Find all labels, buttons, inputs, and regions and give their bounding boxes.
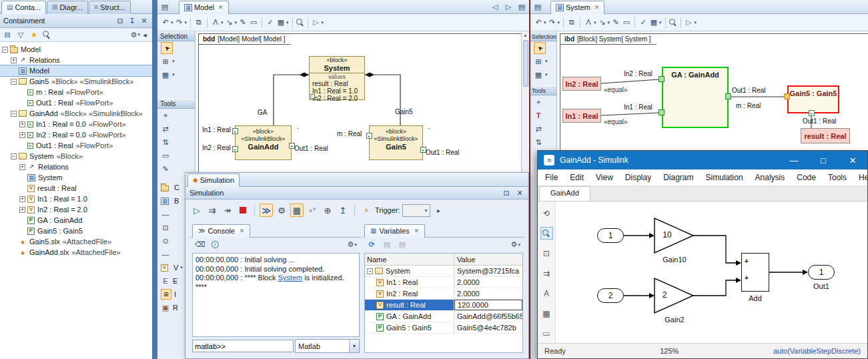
magnet-tool[interactable]: ▦▾ xyxy=(157,68,195,81)
dependencies-caret-icon[interactable]: ▾ xyxy=(235,20,238,25)
menu-display[interactable]: Display xyxy=(619,173,657,182)
collapse-toggle[interactable] xyxy=(11,111,17,117)
dependencies-caret-icon[interactable]: ▾ xyxy=(608,20,610,25)
gain5-part[interactable]: Gain5 : Gain5 xyxy=(787,85,839,113)
related-elements-icon[interactable]: Λ xyxy=(211,18,220,27)
zoom-icon[interactable] xyxy=(669,19,677,27)
scrollbar-thumb[interactable] xyxy=(523,40,528,87)
minimize-button[interactable]: — xyxy=(779,151,809,169)
tree-item-result-value[interactable]: result : Real xyxy=(0,183,152,194)
gain2-label[interactable]: Gain2 xyxy=(651,316,698,324)
edit-icon[interactable]: ✎ xyxy=(611,18,620,27)
more-icon[interactable]: ▸ xyxy=(432,204,446,217)
layout-caret-icon[interactable]: ▾ xyxy=(659,20,662,25)
fit-view-icon[interactable]: ⊡ xyxy=(540,247,553,260)
tree-item-gainadd-block[interactable]: GainAdd«Block» «SimulinkBlock» xyxy=(0,108,152,119)
expand-toggle[interactable] xyxy=(19,132,25,138)
undo-icon[interactable]: ↶ xyxy=(161,18,170,27)
redo-icon[interactable]: ↷ xyxy=(175,18,184,27)
containment-tree[interactable]: Model Relations Model Gain5«Block» «Simu… xyxy=(0,42,152,359)
outport-1-block[interactable]: 1 xyxy=(808,265,835,280)
tab-diagrams[interactable]: ⊞Diagr... xyxy=(47,1,88,14)
redo-caret-icon[interactable]: ▾ xyxy=(185,20,187,25)
undo-caret-icon[interactable]: ▾ xyxy=(171,20,173,25)
layout-caret-icon[interactable]: ▾ xyxy=(286,20,289,25)
expand-toggle[interactable] xyxy=(11,57,17,63)
target-tool[interactable]: ⌖ xyxy=(530,95,556,109)
annotation-icon[interactable]: A xyxy=(540,287,553,300)
swap-tool[interactable]: ⇄ xyxy=(530,122,556,135)
save-image-icon[interactable]: ⧉ xyxy=(567,18,576,27)
value-column-header[interactable]: Value xyxy=(454,254,522,265)
tab-structure[interactable]: ≡Struct... xyxy=(89,1,131,14)
inport-2-block[interactable]: 2 xyxy=(597,288,624,303)
expand-toggle[interactable] xyxy=(19,196,25,202)
window-list-icon[interactable]: ▤ xyxy=(533,3,542,12)
float-icon[interactable]: ⊡ xyxy=(115,16,125,25)
gainadd-in2-label[interactable]: In2 : Real xyxy=(202,144,231,151)
menu-tools[interactable]: Tools xyxy=(822,173,853,182)
settings-gear-icon[interactable]: ⚙ xyxy=(275,204,288,217)
ga-in2-port[interactable] xyxy=(659,76,665,82)
cursor-tool[interactable]: ➤ xyxy=(161,42,173,54)
expand-toggle[interactable] xyxy=(19,164,25,170)
close-icon[interactable]: ✕ xyxy=(139,16,149,25)
tree-item-gain5-block[interactable]: Gain5«Block» «SimulinkBlock» xyxy=(0,76,152,87)
expand-toggle[interactable] xyxy=(19,207,25,213)
tree-item-gain5-part[interactable]: Gain5 : Gain5 xyxy=(0,226,152,236)
sticky-selection-tool[interactable]: ⊞▾ xyxy=(157,55,195,68)
refresh-icon[interactable]: ⟳ xyxy=(367,240,376,250)
equal-connector-label[interactable]: «equal» xyxy=(604,86,628,93)
maximize-button[interactable]: □ xyxy=(809,151,838,169)
tab-containment[interactable]: ▤Conta... xyxy=(1,1,46,14)
tree-item-m-port[interactable]: m : Real«FlowPort» xyxy=(0,87,152,97)
menu-edit[interactable]: Edit xyxy=(564,173,590,182)
simulink-canvas[interactable]: 1 10 Gain10 2 2 Gain2 + + Add 1 Out1 xyxy=(556,202,867,343)
connector-out1-label[interactable]: Out1 : Real xyxy=(732,87,766,94)
validate-icon[interactable]: ✓ xyxy=(638,18,648,27)
variable-row-in2[interactable]: In2 : Real 2.0000 xyxy=(365,288,522,300)
grid-layout-icon[interactable]: ▦ xyxy=(649,18,659,27)
window-list-icon[interactable]: ▤ xyxy=(160,3,169,12)
menu-simulation[interactable]: Simulation xyxy=(700,173,749,182)
collapse-all-icon[interactable]: ⊟ xyxy=(3,30,12,39)
tab-model-diagram[interactable]: Model ✕ xyxy=(179,1,229,14)
float-icon[interactable]: ⊡ xyxy=(502,188,511,198)
redo-caret-icon[interactable]: ▾ xyxy=(558,20,560,25)
web-server-icon[interactable]: ⊕ xyxy=(321,204,334,217)
system-element-link[interactable]: System xyxy=(278,274,303,282)
variable-row-ga[interactable]: GA : GainAdd GainAdd@66f55b65 xyxy=(365,311,522,322)
dock-splitter[interactable] xyxy=(152,0,157,359)
ui-mockup-icon[interactable]: ▦ xyxy=(290,204,304,217)
trigger-icon[interactable]: ⚡ xyxy=(360,204,373,217)
tab-system-diagram[interactable]: System ✕ xyxy=(550,1,604,14)
sticky-selection-tool[interactable]: ⊞▾ xyxy=(530,55,556,68)
autohide-pin-icon[interactable]: ↧ xyxy=(127,16,137,25)
export-icon[interactable]: ↥ xyxy=(336,204,350,217)
inport-1-block[interactable]: 1 xyxy=(597,228,624,243)
tab-variables[interactable]: ▦ Variables ✕ xyxy=(364,224,425,238)
value-edit-cell[interactable]: 120.0000 xyxy=(454,300,522,310)
back-icon[interactable]: ⟲ xyxy=(540,207,553,220)
close-icon[interactable]: ✕ xyxy=(515,188,524,198)
equal-connector-label[interactable]: «equal» xyxy=(604,118,628,125)
variable-row-system[interactable]: System System@37215fca xyxy=(365,266,522,277)
add-label[interactable]: Add xyxy=(737,294,773,302)
console-settings-caret-icon[interactable]: ▾ xyxy=(354,242,357,248)
ga-out1-port[interactable] xyxy=(725,93,731,99)
grid-layout-icon[interactable]: ▦ xyxy=(276,18,286,27)
validate-icon[interactable]: ✓ xyxy=(266,18,275,27)
menu-diagram[interactable]: Diagram xyxy=(657,173,699,182)
gain5-m-port[interactable] xyxy=(784,93,790,99)
menu-code[interactable]: Code xyxy=(791,173,822,182)
tree-item-in2-port[interactable]: In2 : Real = 0.0«FlowPort» xyxy=(0,129,152,140)
tree-item-gain5-slx[interactable]: Gain5.slx«AttachedFile» xyxy=(0,236,152,247)
magnet-tool[interactable]: ▦▾ xyxy=(530,68,556,81)
tree-item-in1-port[interactable]: In1 : Real = 0.0«FlowPort» xyxy=(0,119,152,129)
in2-flow-property[interactable]: In2 : Real xyxy=(562,77,601,91)
save-image-icon[interactable]: ⧉ xyxy=(194,18,203,27)
redo-icon[interactable]: ↷ xyxy=(548,18,557,27)
tree-item-model-diagram[interactable]: Model xyxy=(0,65,152,76)
collapse-toggle[interactable] xyxy=(2,47,8,53)
gain5-role-label[interactable]: Gain5 xyxy=(395,108,413,115)
